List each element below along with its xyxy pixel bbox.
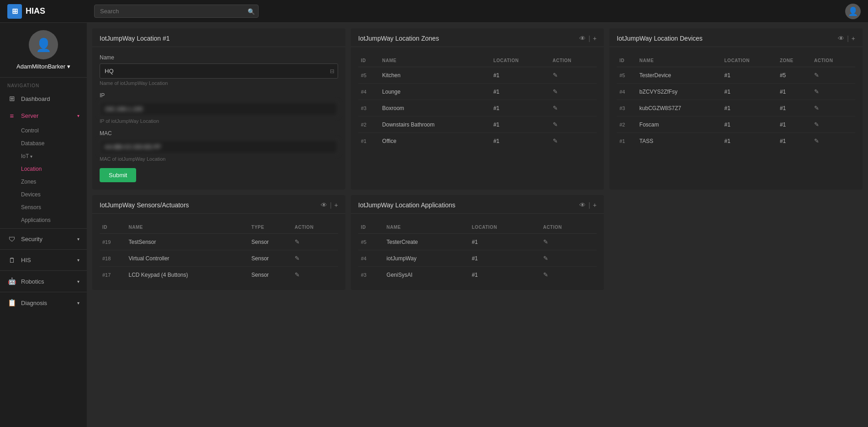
device-id: #1 (617, 133, 637, 149)
sidebar-item-security[interactable]: 🛡 Security ▾ (0, 231, 87, 248)
server-chevron-icon: ▾ (77, 113, 79, 118)
sidebar-item-diagnosis[interactable]: 📋 Diagnosis ▾ (0, 294, 87, 311)
device-name: kubCGZW8S7Z7 (637, 100, 722, 116)
zones-view-icon[interactable]: 👁 (579, 35, 586, 42)
sidebar-item-control[interactable]: Control (0, 124, 87, 137)
security-chevron-icon: ▾ (77, 237, 79, 242)
sidebar-item-applications[interactable]: Applications (0, 214, 87, 227)
sidebar-security-label: Security (21, 236, 42, 242)
app-edit-icon[interactable]: ✎ (543, 238, 548, 245)
chevron-down-icon: ▾ (67, 63, 70, 70)
sidebar-item-robotics[interactable]: 🤖 Robotics ▾ (0, 273, 87, 290)
ip-label: IP (100, 92, 338, 99)
mac-label: MAC (100, 130, 338, 137)
table-row: #1 Office #1 ✎ (358, 133, 597, 149)
applications-view-icon[interactable]: 👁 (579, 201, 586, 209)
divider-2 (0, 249, 87, 250)
app-id: #5 (358, 234, 384, 250)
sensors-view-icon[interactable]: 👁 (321, 201, 327, 209)
sidebar-item-devices[interactable]: Devices (0, 188, 87, 201)
zones-add-icon[interactable]: + (593, 35, 597, 42)
device-name: bZCVYS2ZfFsy (637, 84, 722, 100)
sidebar-diagnosis-label: Diagnosis (21, 300, 47, 306)
zones-col-name: NAME (380, 54, 491, 67)
zone-location: #1 (491, 67, 550, 84)
devices-add-icon[interactable]: + (852, 35, 855, 42)
sidebar-item-iot[interactable]: IoT ▾ (0, 150, 87, 163)
applications-card-header: IotJumpWay Location Applications 👁 | + (351, 195, 604, 214)
sidebar-item-his[interactable]: 🗒 HIS ▾ (0, 252, 87, 269)
applications-card-body: ID NAME LOCATION ACTION #5 TesterCreate … (351, 214, 604, 290)
search-icon[interactable]: 🔍 (248, 8, 255, 15)
devices-view-icon[interactable]: 👁 (838, 35, 844, 42)
table-row: #4 iotJumpWay #1 ✎ (358, 250, 597, 267)
applications-col-location: LOCATION (469, 221, 540, 234)
robotics-chevron-icon: ▾ (77, 279, 79, 284)
app-location: #1 (469, 234, 540, 250)
device-edit-icon[interactable]: ✎ (814, 121, 819, 128)
devices-col-action: ACTION (811, 54, 855, 67)
zone-edit-icon[interactable]: ✎ (553, 88, 558, 95)
table-row: #3 kubCGZW8S7Z7 #1 #1 ✎ (617, 100, 855, 116)
nav-section-label: NAVIGATION (0, 78, 87, 90)
avatar: 👤 (29, 30, 58, 59)
sensor-edit-icon[interactable]: ✎ (295, 271, 300, 278)
zones-card-header: IotJumpWay Location Zones 👁 | + (351, 28, 604, 47)
server-submenu: Control Database IoT ▾ Location Zones De… (0, 124, 87, 227)
zones-col-id: ID (358, 54, 380, 67)
device-name: Foscam (637, 116, 722, 133)
sensors-card-body: ID NAME TYPE ACTION #19 TestSensor Senso… (92, 214, 345, 290)
device-edit-icon[interactable]: ✎ (814, 88, 819, 95)
applications-table: ID NAME LOCATION ACTION #5 TesterCreate … (358, 221, 597, 283)
table-row: #2 Downstairs Bathroom #1 ✎ (358, 116, 597, 133)
location-card-header: IotJumpWay Location #1 (92, 28, 345, 47)
sensors-col-id: ID (100, 221, 126, 234)
divider-1 (0, 228, 87, 229)
sensors-card-actions: 👁 | + (321, 201, 338, 209)
mac-group: MAC MAC of iotJumpWay Location (100, 130, 338, 162)
location-name-input[interactable] (100, 63, 338, 79)
logo-icon: ⊞ (7, 4, 22, 19)
sensors-add-icon[interactable]: + (334, 201, 338, 209)
zone-name: Office (380, 133, 491, 149)
sensors-card: IotJumpWay Sensors/Actuators 👁 | + ID NA… (92, 195, 345, 290)
zone-edit-icon[interactable]: ✎ (553, 105, 558, 111)
sensors-col-name: NAME (126, 221, 249, 234)
sidebar-item-location[interactable]: Location (0, 163, 87, 175)
zone-edit-icon[interactable]: ✎ (553, 72, 558, 79)
sensors-table: ID NAME TYPE ACTION #19 TestSensor Senso… (100, 221, 338, 283)
user-avatar-top[interactable]: 👤 (845, 4, 861, 19)
table-row: #17 LCD Keypad (4 Buttons) Sensor ✎ (100, 267, 338, 283)
device-edit-icon[interactable]: ✎ (814, 105, 819, 111)
app-edit-icon[interactable]: ✎ (543, 255, 548, 262)
sidebar-item-dashboard[interactable]: ⊞ Dashboard (0, 90, 87, 107)
app-edit-icon[interactable]: ✎ (543, 271, 548, 278)
sidebar-item-server[interactable]: ≡ Server ▾ (0, 107, 87, 124)
zone-id: #1 (358, 133, 380, 149)
sensor-edit-icon[interactable]: ✎ (295, 238, 300, 245)
device-edit-icon[interactable]: ✎ (814, 72, 819, 79)
location-mac-input[interactable] (100, 139, 338, 154)
diagnosis-icon: 📋 (7, 299, 16, 307)
applications-add-icon[interactable]: + (593, 201, 597, 209)
location-ip-input[interactable] (100, 101, 338, 116)
devices-card-title: IotJumpWay Location Devices (617, 35, 703, 42)
app-name: HIAS (26, 6, 45, 16)
input-icon: ⊟ (330, 68, 334, 74)
search-input[interactable] (94, 5, 259, 18)
sidebar-item-database[interactable]: Database (0, 137, 87, 150)
sidebar-username[interactable]: AdamMiltonBarker ▾ (16, 63, 70, 70)
name-group: Name ⊟ Name of iotJumpWay Location (100, 54, 338, 86)
sensor-edit-icon[interactable]: ✎ (295, 255, 300, 262)
table-row: #4 bZCVYS2ZfFsy #1 #1 ✎ (617, 84, 855, 100)
applications-card-actions: 👁 | + (579, 201, 597, 209)
zone-edit-icon[interactable]: ✎ (553, 137, 558, 144)
zone-edit-icon[interactable]: ✎ (553, 121, 558, 128)
ip-group: IP IP of iotJumpWay Location (100, 92, 338, 124)
submit-button[interactable]: Submit (100, 168, 136, 182)
device-edit-icon[interactable]: ✎ (814, 137, 819, 144)
sidebar-item-zones[interactable]: Zones (0, 175, 87, 188)
table-row: #18 Virtual Controller Sensor ✎ (100, 250, 338, 267)
sidebar-item-sensors[interactable]: Sensors (0, 201, 87, 214)
topnav: ⊞ HIAS 🔍 👤 (0, 0, 868, 23)
